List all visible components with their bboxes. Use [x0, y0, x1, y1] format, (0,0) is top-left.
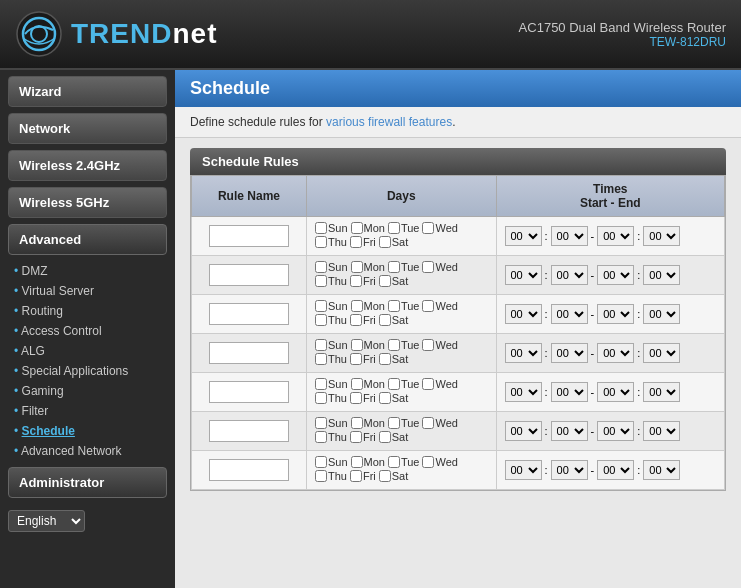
end-min-6[interactable]: 0015304501020304050607080910111213141516… [643, 460, 680, 480]
rule-name-input-5[interactable] [209, 420, 289, 442]
end-hour-1[interactable]: 0001020304050607080910111213141516171819… [597, 265, 634, 285]
day-checkbox-Fri-6[interactable] [350, 470, 362, 482]
rule-name-input-6[interactable] [209, 459, 289, 481]
day-checkbox-Sun-6[interactable] [315, 456, 327, 468]
start-hour-5[interactable]: 0001020304050607080910111213141516171819… [505, 421, 542, 441]
end-min-1[interactable]: 0015304501020304050607080910111213141516… [643, 265, 680, 285]
sidebar-item-advanced-network[interactable]: Advanced Network [8, 441, 167, 461]
sidebar-item-schedule[interactable]: Schedule [8, 421, 167, 441]
start-min-6[interactable]: 0015304501020304050607080910111213141516… [551, 460, 588, 480]
day-checkbox-Thu-4[interactable] [315, 392, 327, 404]
rule-name-input-1[interactable] [209, 264, 289, 286]
day-checkbox-Wed-6[interactable] [422, 456, 434, 468]
start-hour-1[interactable]: 0001020304050607080910111213141516171819… [505, 265, 542, 285]
end-hour-5[interactable]: 0001020304050607080910111213141516171819… [597, 421, 634, 441]
day-checkbox-Mon-5[interactable] [351, 417, 363, 429]
day-checkbox-Thu-2[interactable] [315, 314, 327, 326]
rule-name-input-2[interactable] [209, 303, 289, 325]
rule-name-input-4[interactable] [209, 381, 289, 403]
language-select[interactable]: English Deutsch Français Español [8, 510, 85, 532]
rule-name-input-3[interactable] [209, 342, 289, 364]
day-checkbox-Tue-2[interactable] [388, 300, 400, 312]
firewall-link[interactable]: various firewall features [326, 115, 452, 129]
day-checkbox-Sat-4[interactable] [379, 392, 391, 404]
day-checkbox-Mon-6[interactable] [351, 456, 363, 468]
start-hour-0[interactable]: 0001020304050607080910111213141516171819… [505, 226, 542, 246]
start-min-3[interactable]: 0015304501020304050607080910111213141516… [551, 343, 588, 363]
day-checkbox-Tue-4[interactable] [388, 378, 400, 390]
start-min-1[interactable]: 0015304501020304050607080910111213141516… [551, 265, 588, 285]
rule-name-input-0[interactable] [209, 225, 289, 247]
day-checkbox-Fri-4[interactable] [350, 392, 362, 404]
day-checkbox-Thu-1[interactable] [315, 275, 327, 287]
day-checkbox-Sat-2[interactable] [379, 314, 391, 326]
day-checkbox-Sun-4[interactable] [315, 378, 327, 390]
sidebar-item-alg[interactable]: ALG [8, 341, 167, 361]
day-checkbox-Fri-3[interactable] [350, 353, 362, 365]
start-min-0[interactable]: 0015304501020304050607080910111213141516… [551, 226, 588, 246]
day-checkbox-Sun-5[interactable] [315, 417, 327, 429]
end-min-4[interactable]: 0015304501020304050607080910111213141516… [643, 382, 680, 402]
end-hour-0[interactable]: 0001020304050607080910111213141516171819… [597, 226, 634, 246]
day-checkbox-Sat-3[interactable] [379, 353, 391, 365]
sidebar-item-virtual-server[interactable]: Virtual Server [8, 281, 167, 301]
day-checkbox-Sun-3[interactable] [315, 339, 327, 351]
start-hour-2[interactable]: 0001020304050607080910111213141516171819… [505, 304, 542, 324]
network-button[interactable]: Network [8, 113, 167, 144]
day-checkbox-Thu-6[interactable] [315, 470, 327, 482]
start-min-5[interactable]: 0015304501020304050607080910111213141516… [551, 421, 588, 441]
day-checkbox-Sat-0[interactable] [379, 236, 391, 248]
start-min-4[interactable]: 0015304501020304050607080910111213141516… [551, 382, 588, 402]
day-checkbox-Sat-6[interactable] [379, 470, 391, 482]
end-min-5[interactable]: 0015304501020304050607080910111213141516… [643, 421, 680, 441]
day-checkbox-Tue-3[interactable] [388, 339, 400, 351]
day-checkbox-Tue-0[interactable] [388, 222, 400, 234]
wizard-button[interactable]: Wizard [8, 76, 167, 107]
sidebar-item-gaming[interactable]: Gaming [8, 381, 167, 401]
day-checkbox-Mon-0[interactable] [351, 222, 363, 234]
start-hour-6[interactable]: 0001020304050607080910111213141516171819… [505, 460, 542, 480]
day-checkbox-Sun-1[interactable] [315, 261, 327, 273]
day-checkbox-Wed-2[interactable] [422, 300, 434, 312]
day-checkbox-Sat-1[interactable] [379, 275, 391, 287]
day-checkbox-Thu-5[interactable] [315, 431, 327, 443]
day-checkbox-Fri-5[interactable] [350, 431, 362, 443]
day-checkbox-Wed-4[interactable] [422, 378, 434, 390]
start-hour-3[interactable]: 0001020304050607080910111213141516171819… [505, 343, 542, 363]
day-checkbox-Mon-3[interactable] [351, 339, 363, 351]
day-checkbox-Fri-2[interactable] [350, 314, 362, 326]
end-min-2[interactable]: 0015304501020304050607080910111213141516… [643, 304, 680, 324]
day-checkbox-Mon-1[interactable] [351, 261, 363, 273]
end-hour-6[interactable]: 0001020304050607080910111213141516171819… [597, 460, 634, 480]
day-checkbox-Wed-5[interactable] [422, 417, 434, 429]
day-checkbox-Thu-3[interactable] [315, 353, 327, 365]
day-checkbox-Wed-0[interactable] [422, 222, 434, 234]
day-checkbox-Mon-2[interactable] [351, 300, 363, 312]
sidebar-item-filter[interactable]: Filter [8, 401, 167, 421]
wireless5-button[interactable]: Wireless 5GHz [8, 187, 167, 218]
day-checkbox-Sat-5[interactable] [379, 431, 391, 443]
day-checkbox-Wed-3[interactable] [422, 339, 434, 351]
end-min-0[interactable]: 0015304501020304050607080910111213141516… [643, 226, 680, 246]
day-checkbox-Tue-1[interactable] [388, 261, 400, 273]
day-checkbox-Wed-1[interactable] [422, 261, 434, 273]
end-min-3[interactable]: 0015304501020304050607080910111213141516… [643, 343, 680, 363]
sidebar-item-access-control[interactable]: Access Control [8, 321, 167, 341]
day-checkbox-Tue-6[interactable] [388, 456, 400, 468]
end-hour-3[interactable]: 0001020304050607080910111213141516171819… [597, 343, 634, 363]
end-hour-2[interactable]: 0001020304050607080910111213141516171819… [597, 304, 634, 324]
day-checkbox-Fri-0[interactable] [350, 236, 362, 248]
start-hour-4[interactable]: 0001020304050607080910111213141516171819… [505, 382, 542, 402]
day-checkbox-Sun-2[interactable] [315, 300, 327, 312]
sidebar-item-special-applications[interactable]: Special Applications [8, 361, 167, 381]
day-checkbox-Tue-5[interactable] [388, 417, 400, 429]
end-hour-4[interactable]: 0001020304050607080910111213141516171819… [597, 382, 634, 402]
sidebar-item-dmz[interactable]: DMZ [8, 261, 167, 281]
sidebar-item-routing[interactable]: Routing [8, 301, 167, 321]
day-checkbox-Fri-1[interactable] [350, 275, 362, 287]
day-checkbox-Sun-0[interactable] [315, 222, 327, 234]
day-checkbox-Mon-4[interactable] [351, 378, 363, 390]
start-min-2[interactable]: 0015304501020304050607080910111213141516… [551, 304, 588, 324]
wireless24-button[interactable]: Wireless 2.4GHz [8, 150, 167, 181]
day-checkbox-Thu-0[interactable] [315, 236, 327, 248]
